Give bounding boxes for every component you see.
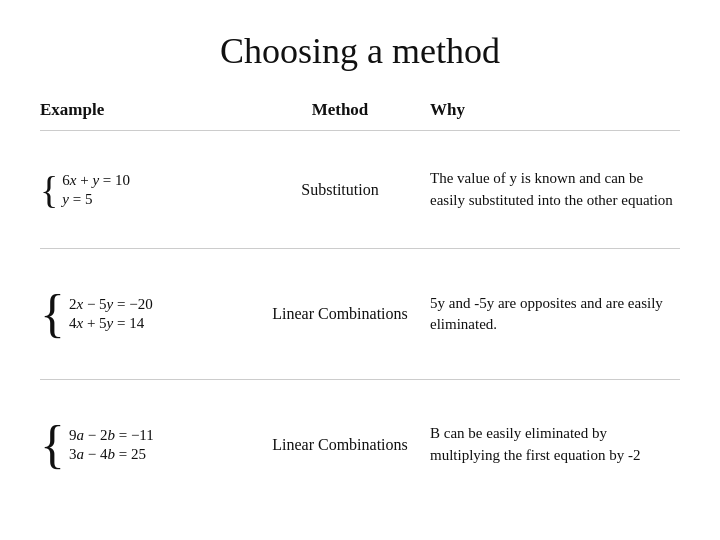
why-cell-0: The value of y is known and can be easil… [430,131,680,249]
table-row: {6x + y = 10y = 5SubstitutionThe value o… [40,131,680,249]
page: Choosing a method Example Method Why {6x… [0,0,720,540]
why-cell-2: B can be easily eliminated by multiplyin… [430,380,680,510]
main-table: Example Method Why {6x + y = 10y = 5Subs… [40,100,680,510]
table-row: {2x − 5y = −204x + 5y = 14Linear Combina… [40,249,680,380]
example-cell-1: {2x − 5y = −204x + 5y = 14 [40,249,250,380]
table-row: {9a − 2b = −113a − 4b = 25Linear Combina… [40,380,680,510]
col-header-why: Why [430,100,680,131]
method-cell-2: Linear Combinations [250,380,430,510]
col-header-method: Method [250,100,430,131]
method-cell-0: Substitution [250,131,430,249]
why-cell-1: 5y and -5y are opposites and are easily … [430,249,680,380]
page-title: Choosing a method [40,30,680,72]
example-cell-0: {6x + y = 10y = 5 [40,131,250,249]
col-header-example: Example [40,100,250,131]
method-cell-1: Linear Combinations [250,249,430,380]
example-cell-2: {9a − 2b = −113a − 4b = 25 [40,380,250,510]
